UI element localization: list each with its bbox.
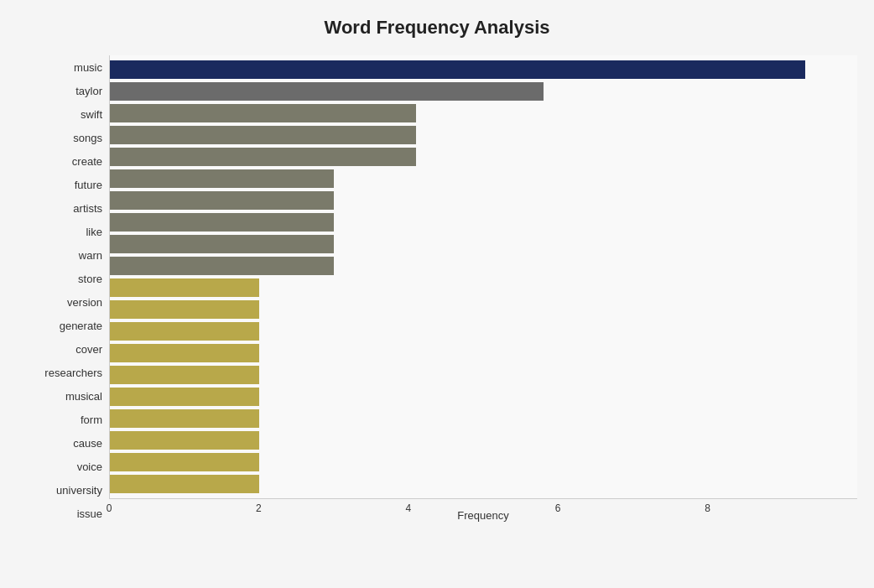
y-label: songs bbox=[73, 127, 102, 148]
bar bbox=[110, 344, 259, 362]
y-axis: musictaylorswiftsongscreatefutureartists… bbox=[17, 55, 109, 526]
bar bbox=[110, 409, 259, 428]
x-tick: 8 bbox=[705, 502, 710, 514]
bar-row bbox=[110, 429, 857, 451]
bar bbox=[110, 366, 259, 384]
bar bbox=[110, 169, 334, 188]
bar bbox=[110, 257, 334, 275]
bar-row bbox=[110, 233, 857, 255]
y-label: version bbox=[67, 291, 102, 313]
bar-row bbox=[110, 364, 857, 386]
bar bbox=[110, 453, 259, 471]
bar-row bbox=[110, 408, 857, 429]
x-ticks: 02468 bbox=[109, 499, 857, 502]
bar bbox=[110, 82, 544, 101]
bar bbox=[110, 475, 259, 493]
x-tick: 0 bbox=[107, 502, 112, 514]
chart-area: musictaylorswiftsongscreatefutureartists… bbox=[17, 55, 857, 526]
bar-row bbox=[110, 255, 857, 277]
bar-row bbox=[110, 211, 857, 233]
y-label: like bbox=[86, 221, 102, 242]
bar-row bbox=[110, 473, 857, 495]
y-label: cause bbox=[73, 433, 102, 455]
y-label: generate bbox=[60, 315, 102, 337]
bar bbox=[110, 388, 259, 406]
bar bbox=[110, 126, 416, 144]
y-label: create bbox=[72, 150, 102, 172]
x-axis: 02468 Frequency bbox=[109, 499, 857, 526]
bar bbox=[110, 300, 259, 319]
bar bbox=[110, 278, 259, 297]
bar-row bbox=[110, 342, 857, 364]
bar bbox=[110, 235, 334, 253]
bar-row bbox=[110, 102, 857, 124]
bar-row bbox=[110, 59, 857, 81]
y-label: researchers bbox=[44, 362, 102, 384]
bar bbox=[110, 191, 334, 210]
chart-title: Word Frequency Analysis bbox=[17, 17, 857, 39]
bar bbox=[110, 322, 259, 341]
chart-container: Word Frequency Analysis musictaylorswift… bbox=[0, 0, 874, 588]
y-label: university bbox=[56, 480, 102, 502]
bar-row bbox=[110, 168, 857, 190]
bar bbox=[110, 213, 334, 232]
y-label: music bbox=[74, 56, 102, 78]
x-tick: 6 bbox=[555, 502, 561, 514]
y-label: issue bbox=[77, 503, 102, 525]
bar-row bbox=[110, 124, 857, 146]
y-label: store bbox=[78, 268, 102, 289]
x-tick: 2 bbox=[256, 502, 262, 514]
bar-row bbox=[110, 299, 857, 320]
bar bbox=[110, 60, 805, 79]
bar bbox=[110, 431, 259, 450]
y-label: cover bbox=[75, 339, 102, 361]
bar bbox=[110, 104, 416, 122]
y-label: taylor bbox=[75, 80, 102, 101]
bar-row bbox=[110, 320, 857, 342]
bar-row bbox=[110, 146, 857, 168]
y-label: swift bbox=[81, 103, 102, 125]
x-axis-label: Frequency bbox=[109, 509, 857, 522]
y-label: voice bbox=[77, 456, 102, 478]
bar-row bbox=[110, 277, 857, 299]
plot-area bbox=[109, 55, 857, 499]
y-label: musical bbox=[65, 386, 102, 408]
bar-row bbox=[110, 81, 857, 102]
bar-row bbox=[110, 386, 857, 408]
bar bbox=[110, 148, 416, 166]
y-label: warn bbox=[79, 244, 102, 266]
y-label: future bbox=[75, 174, 102, 195]
y-label: form bbox=[81, 409, 102, 431]
y-label: artists bbox=[73, 197, 102, 219]
bar-row bbox=[110, 451, 857, 473]
x-tick: 4 bbox=[405, 502, 411, 514]
bars-container bbox=[110, 55, 857, 498]
bar-row bbox=[110, 190, 857, 211]
